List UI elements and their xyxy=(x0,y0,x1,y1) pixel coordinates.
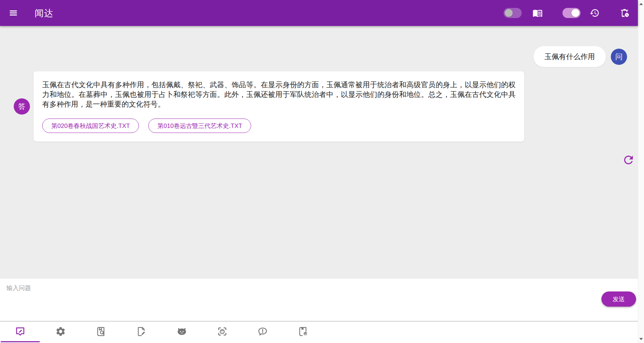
book-search-icon xyxy=(96,326,106,338)
open-book-icon[interactable] xyxy=(533,8,543,18)
feedback-icon xyxy=(257,326,268,338)
question-input[interactable] xyxy=(0,279,638,321)
question-avatar: 问 xyxy=(611,49,627,65)
history-icon[interactable] xyxy=(590,8,600,18)
tab-document-edit[interactable] xyxy=(121,321,162,343)
history-toggle[interactable] xyxy=(562,8,581,18)
answer-row: 答 玉佩在古代文化中具有多种作用，包括佩戴、祭祀、武器、饰品等。在显示身份的方面… xyxy=(0,71,638,142)
answer-avatar: 答 xyxy=(14,98,30,115)
question-bubble: 玉佩有什么作用 xyxy=(534,46,606,67)
send-button[interactable]: 发送 xyxy=(601,291,636,307)
chat-area: 玉佩有什么作用 问 答 玉佩在古代文化中具有多种作用，包括佩戴、祭祀、武器、饰品… xyxy=(0,26,638,278)
app-header: 闻达 xyxy=(0,0,638,26)
tab-knowledge-study[interactable] xyxy=(283,321,323,343)
toggle-knob xyxy=(505,9,513,17)
hamburger-menu-icon[interactable] xyxy=(9,8,19,18)
app-title: 闻达 xyxy=(35,7,53,19)
bottom-toolbar xyxy=(0,321,323,343)
question-row: 玉佩有什么作用 问 xyxy=(0,46,638,67)
document-edit-icon xyxy=(136,326,147,338)
source-list: 第020卷春秋战国艺术史.TXT 第010卷远古暨三代艺术史.TXT xyxy=(42,119,516,133)
chat-edit-icon xyxy=(15,326,26,338)
tab-chat[interactable] xyxy=(0,321,40,343)
source-file-button[interactable]: 第020卷春秋战国艺术史.TXT xyxy=(42,119,139,133)
vertical-scrollbar[interactable] xyxy=(638,0,644,343)
settings-gear-icon xyxy=(55,326,66,338)
tab-feedback[interactable] xyxy=(242,321,283,343)
tab-settings[interactable] xyxy=(40,321,81,343)
book-study-icon xyxy=(298,326,308,338)
tab-cat[interactable] xyxy=(162,321,202,343)
tab-face-scan[interactable] xyxy=(202,321,242,343)
source-file-button[interactable]: 第010卷远古暨三代艺术史.TXT xyxy=(148,119,251,133)
tab-knowledge-search[interactable] xyxy=(81,321,121,343)
refresh-icon[interactable] xyxy=(622,153,635,167)
toggle-knob xyxy=(571,9,579,17)
scroll-up-arrow-icon[interactable] xyxy=(639,3,643,5)
answer-bubble: 玉佩在古代文化中具有多种作用，包括佩戴、祭祀、武器、饰品等。在显示身份的方面，玉… xyxy=(34,71,524,142)
app-window: 闻达 玉佩有什么作用 问 答 xyxy=(0,0,638,343)
composer: 发送 xyxy=(0,278,638,343)
header-actions xyxy=(504,8,629,18)
cat-icon xyxy=(176,326,187,338)
face-scan-icon xyxy=(217,326,228,338)
knowledge-toggle[interactable] xyxy=(504,8,522,18)
scroll-down-arrow-icon[interactable] xyxy=(639,338,643,340)
auto-delete-icon[interactable] xyxy=(620,8,629,18)
answer-text: 玉佩在古代文化中具有多种作用，包括佩戴、祭祀、武器、饰品等。在显示身份的方面，玉… xyxy=(42,80,516,109)
